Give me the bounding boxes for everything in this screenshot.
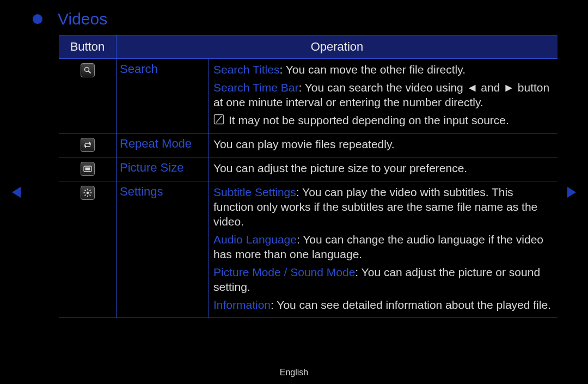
page-title: Videos xyxy=(58,10,107,28)
svg-line-12 xyxy=(89,195,90,196)
table-row: Picture Size You can adjust the picture … xyxy=(59,157,558,181)
term-picture-sound-mode: Picture Mode / Sound Mode xyxy=(213,266,355,278)
row-description: Subtitle Settings: You can play the vide… xyxy=(209,181,558,318)
repeat-button-icon xyxy=(81,138,95,152)
term-information: Information xyxy=(213,298,271,311)
next-page-arrow-icon[interactable] xyxy=(566,186,577,198)
row-name: Picture Size xyxy=(117,157,209,181)
right-arrow-icon: ► xyxy=(503,81,514,94)
button-icon-cell xyxy=(59,133,117,157)
header-button: Button xyxy=(59,35,117,58)
svg-line-1 xyxy=(88,71,90,74)
note-icon xyxy=(213,114,224,125)
button-icon-cell xyxy=(59,157,117,181)
row-name: Repeat Mode xyxy=(117,133,209,157)
svg-line-14 xyxy=(84,195,85,196)
svg-line-13 xyxy=(89,190,90,191)
row-description: You can adjust the picture size to your … xyxy=(209,157,558,181)
button-icon-cell xyxy=(59,59,117,133)
table-row: Repeat Mode You can play movie files rep… xyxy=(59,133,558,157)
svg-point-6 xyxy=(86,192,88,194)
left-arrow-icon: ◄ xyxy=(467,81,478,94)
term-subtitle-settings: Subtitle Settings xyxy=(213,186,296,198)
title-row: Videos xyxy=(33,10,107,28)
prev-page-arrow-icon[interactable] xyxy=(11,186,22,198)
text: You can adjust the picture size to your … xyxy=(213,162,467,174)
table-row: Settings Subtitle Settings: You can play… xyxy=(59,181,558,318)
row-description: You can play movie files repeatedly. xyxy=(209,133,558,157)
svg-line-3 xyxy=(216,116,222,123)
row-name: Settings xyxy=(117,181,209,318)
term-search-timebar: Search Time Bar xyxy=(213,81,298,94)
bullet-icon xyxy=(33,14,42,24)
operations-table: Button Operation Search Search Titles: Y… xyxy=(59,35,558,318)
table-row: Search Search Titles: You can move the o… xyxy=(59,58,558,133)
text: : You can see detailed information about… xyxy=(271,298,551,311)
button-icon-cell xyxy=(59,181,117,318)
svg-line-11 xyxy=(84,190,85,191)
svg-rect-5 xyxy=(85,168,90,170)
header-operation: Operation xyxy=(117,35,558,58)
row-description: Search Titles: You can move the other fi… xyxy=(209,59,558,133)
term-audio-language: Audio Language xyxy=(213,233,297,246)
picture-size-button-icon xyxy=(81,162,95,176)
manual-page: Videos Button Operation Search Search Ti… xyxy=(0,0,588,384)
svg-point-0 xyxy=(84,68,89,72)
text: : You can search the video using xyxy=(298,81,466,94)
text: and xyxy=(477,81,503,94)
row-name: Search xyxy=(117,59,209,133)
search-button-icon xyxy=(81,63,95,77)
table-header: Button Operation xyxy=(59,35,558,58)
text: : You can move the other file directly. xyxy=(279,63,465,76)
note-text: It may not be supported depending on the… xyxy=(229,113,509,127)
settings-button-icon xyxy=(81,186,95,200)
term-search-titles: Search Titles xyxy=(213,63,279,76)
footer-language: English xyxy=(0,368,588,377)
text: You can play movie files repeatedly. xyxy=(213,138,395,150)
